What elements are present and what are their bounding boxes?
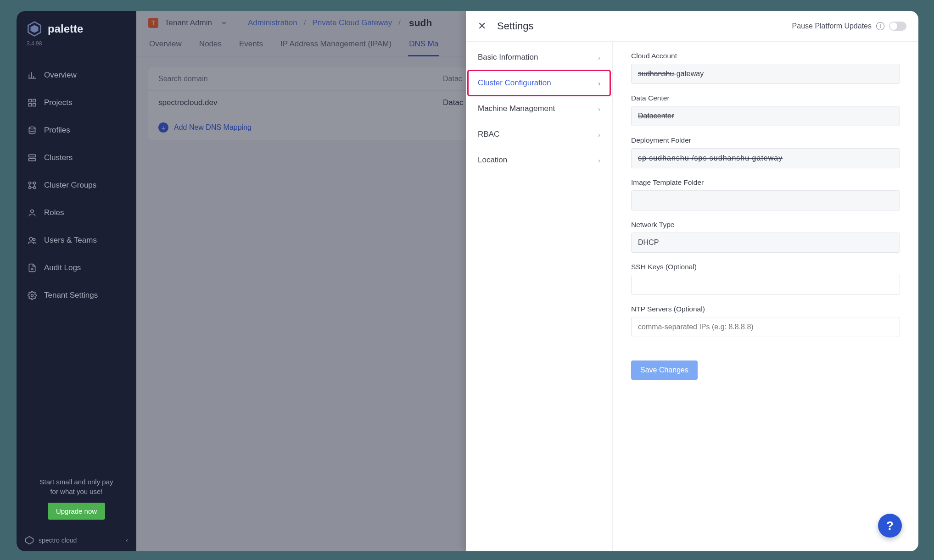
chevron-right-icon: › [598, 79, 600, 87]
settings-nav-label: Machine Management [478, 104, 555, 113]
close-button[interactable]: ✕ [478, 21, 486, 31]
chevron-right-icon: › [598, 105, 600, 113]
svg-point-12 [34, 187, 36, 189]
pause-updates-toggle[interactable] [889, 22, 906, 31]
deployment-folder-input[interactable]: sp sudhanshu /sps sudhanshu gateway [631, 148, 900, 168]
nav-projects[interactable]: Projects [17, 89, 136, 116]
svg-point-10 [34, 182, 36, 184]
svg-point-11 [29, 187, 31, 189]
nav-label: Clusters [44, 153, 73, 162]
svg-rect-5 [33, 104, 36, 106]
product-name: palette [48, 22, 83, 35]
file-icon [28, 263, 37, 272]
nav-overview[interactable]: Overview [17, 61, 136, 89]
redacted-text: sudhanshu [638, 70, 674, 78]
cloud-account-label: Cloud Account [631, 52, 900, 60]
field-ssh-keys: SSH Keys (Optional) [631, 263, 900, 295]
drawer-title: Settings [497, 20, 534, 32]
svg-point-14 [29, 237, 33, 240]
nav-label: Audit Logs [44, 263, 81, 272]
deployment-folder-label: Deployment Folder [631, 136, 900, 144]
brand-icon [25, 536, 34, 545]
nav-label: Profiles [44, 126, 70, 135]
nav-label: Tenant Settings [44, 291, 98, 300]
main-nav: Overview Projects Profiles Clusters Clus… [17, 61, 136, 309]
field-image-template: Image Template Folder [631, 178, 900, 211]
network-type-select[interactable]: DHCP [631, 233, 900, 253]
settings-nav-label: Basic Information [478, 53, 538, 62]
nav-label: Roles [44, 208, 64, 217]
settings-nav-basic-info[interactable]: Basic Information› [466, 44, 612, 70]
data-center-input[interactable]: Datacenter [631, 106, 900, 126]
chevron-right-icon: › [598, 54, 600, 61]
ntp-input[interactable] [631, 317, 900, 337]
svg-point-15 [33, 238, 35, 241]
settings-nav-label: RBAC [478, 130, 499, 139]
svg-point-9 [29, 182, 31, 184]
nav-label: Overview [44, 71, 77, 80]
ntp-label: NTP Servers (Optional) [631, 305, 900, 313]
image-template-label: Image Template Folder [631, 178, 900, 187]
nav-tenant-settings[interactable]: Tenant Settings [17, 282, 136, 309]
svg-marker-17 [26, 537, 34, 544]
redacted-text: Datacenter [638, 112, 674, 120]
value-tail: -gateway [674, 70, 704, 78]
chevron-right-icon: › [598, 131, 600, 139]
cloud-account-input[interactable]: sudhanshu-gateway [631, 64, 900, 84]
settings-nav-rbac[interactable]: RBAC› [466, 122, 612, 147]
grid-icon [28, 98, 37, 107]
ssh-keys-input[interactable] [631, 275, 900, 295]
sidebar-footer[interactable]: spectro cloud ‹ [17, 529, 136, 551]
logo: palette [17, 11, 136, 40]
redacted-text: sp sudhanshu /sps sudhanshu gateway [638, 154, 783, 162]
pause-updates-label: Pause Platform Updates [792, 22, 872, 30]
pause-updates-control: Pause Platform Updates i [792, 22, 906, 31]
svg-rect-3 [33, 100, 36, 102]
drawer-header: ✕ Settings Pause Platform Updates i [466, 11, 918, 42]
settings-nav-machine-mgmt[interactable]: Machine Management› [466, 96, 612, 122]
drawer-body: Basic Information› Cluster Configuration… [466, 42, 918, 551]
layers-icon [28, 126, 37, 135]
nav-label: Users & Teams [44, 236, 97, 245]
image-template-input[interactable] [631, 190, 900, 211]
svg-rect-2 [29, 100, 32, 102]
nav-audit-logs[interactable]: Audit Logs [17, 254, 136, 282]
info-icon[interactable]: i [876, 22, 884, 30]
settings-nav-cluster-config[interactable]: Cluster Configuration› [468, 70, 610, 96]
svg-point-13 [31, 210, 34, 213]
svg-rect-8 [29, 159, 36, 161]
nav-label: Cluster Groups [44, 181, 96, 190]
settings-nav: Basic Information› Cluster Configuration… [466, 42, 613, 551]
upgrade-promo: Start small and only pay for what you us… [17, 472, 136, 529]
settings-nav-location[interactable]: Location› [466, 147, 612, 173]
promo-text: for what you use! [25, 487, 128, 496]
users-icon [28, 236, 37, 245]
settings-drawer: ✕ Settings Pause Platform Updates i Basi… [466, 11, 918, 551]
nav-cluster-groups[interactable]: Cluster Groups [17, 172, 136, 199]
svg-rect-7 [29, 155, 36, 157]
nav-clusters[interactable]: Clusters [17, 144, 136, 172]
help-button[interactable]: ? [878, 514, 902, 538]
field-network-type: Network Type DHCP [631, 221, 900, 253]
version-label: 3.4.98 [17, 40, 136, 47]
cluster-icon [28, 153, 37, 162]
save-button[interactable]: Save Changes [631, 360, 698, 380]
cluster-config-form: Cloud Account sudhanshu-gateway Data Cen… [613, 42, 918, 551]
ssh-keys-label: SSH Keys (Optional) [631, 263, 900, 271]
user-icon [28, 208, 37, 217]
chevron-left-icon: ‹ [126, 537, 128, 544]
nav-users-teams[interactable]: Users & Teams [17, 227, 136, 254]
settings-nav-label: Location [478, 155, 507, 165]
field-data-center: Data Center Datacenter [631, 94, 900, 126]
network-type-value: DHCP [638, 238, 659, 247]
upgrade-button[interactable]: Upgrade now [48, 503, 105, 520]
divider [631, 352, 900, 352]
settings-nav-label: Cluster Configuration [478, 78, 551, 88]
svg-rect-4 [29, 104, 32, 106]
group-icon [28, 181, 37, 190]
nav-profiles[interactable]: Profiles [17, 116, 136, 144]
nav-roles[interactable]: Roles [17, 199, 136, 227]
footer-label: spectro cloud [39, 537, 77, 544]
svg-marker-1 [31, 25, 39, 33]
field-ntp-servers: NTP Servers (Optional) [631, 305, 900, 337]
